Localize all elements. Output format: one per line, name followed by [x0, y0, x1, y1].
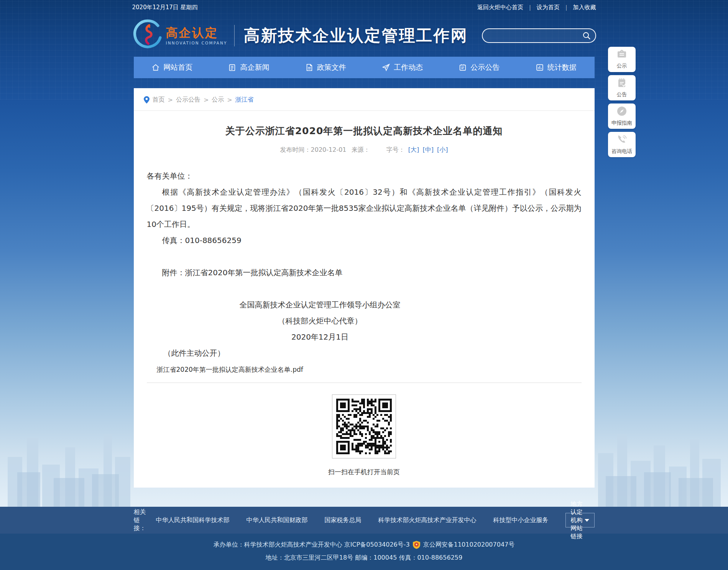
font-size-label: 字号： [386, 146, 405, 153]
utility-links: 返回火炬中心首页 ｜ 设为首页 ｜ 加入收藏 [477, 4, 596, 11]
quick-tile-announcement[interactable]: 公告 [608, 75, 636, 100]
signature-block: 全国高新技术企业认定管理工作领导小组办公室 （科技部火炬中心代章） 2020年1… [147, 297, 493, 345]
signature-seal-note: （科技部火炬中心代章） [147, 313, 493, 329]
logo-swoosh-icon [132, 19, 164, 52]
footer-link-mof[interactable]: 中华人民共和国财政部 [247, 516, 308, 524]
article-title: 关于公示浙江省2020年第一批拟认定高新技术企业名单的通知 [147, 125, 582, 137]
nav-item-home[interactable]: 网站首页 [134, 57, 210, 78]
compass-icon [616, 106, 627, 118]
nav-item-announcements[interactable]: 公示公告 [441, 57, 518, 78]
quick-access-sidebar: 公示 公告 申报指南 咨询电话 [608, 47, 636, 157]
footer-police-record-link[interactable]: 京公网安备11010202007047号 [423, 541, 515, 549]
breadcrumb-separator: > [204, 96, 209, 103]
qr-caption: 扫一扫在手机打开当前页 [147, 468, 582, 476]
footer-links-bar: 相关链接： 中华人民共和国科学技术部 中华人民共和国财政部 国家税务总局 科学技… [0, 507, 728, 534]
signature-date: 2020年12月1日 [147, 329, 493, 345]
quick-tile-label: 公告 [617, 91, 627, 98]
paragraph-disclosure: （此件主动公开） [147, 345, 582, 361]
font-size-large-button[interactable]: [大] [408, 146, 419, 153]
utility-link-separator: ｜ [564, 4, 569, 11]
font-size-medium-button[interactable]: [中] [422, 146, 433, 153]
phone-icon [616, 134, 627, 146]
quick-tile-label: 公示 [617, 62, 627, 69]
breadcrumb-announcements[interactable]: 公示公告 [176, 96, 200, 104]
paragraph-attachment: 附件：浙江省2020年第一批拟认定高新技术企业名单 [147, 264, 582, 281]
article-body: 各有关单位： 根据《高新技术企业认定管理办法》（国科发火〔2016〕32号）和《… [147, 168, 582, 378]
link-set-homepage[interactable]: 设为首页 [537, 4, 560, 11]
footer-address-line: 地址：北京市三里河二区甲18号 邮编：100045 传真：010-8865625… [0, 554, 728, 562]
paragraph-salutation: 各有关单位： [147, 168, 582, 184]
qr-section [332, 394, 396, 458]
content-panel: 首页 > 公示公告 > 公示 > 浙江省 关于公示浙江省2020年第一批拟认定高… [134, 88, 595, 488]
breadcrumb: 首页 > 公示公告 > 公示 > 浙江省 [134, 88, 595, 111]
utility-link-separator: ｜ [527, 4, 533, 11]
breadcrumb-current-zhejiang[interactable]: 浙江省 [235, 96, 254, 104]
footer-link-tax[interactable]: 国家税务总局 [325, 516, 362, 524]
paragraph-main: 根据《高新技术企业认定管理办法》（国科发火〔2016〕32号）和《高新技术企业认… [147, 184, 582, 232]
signature-organization: 全国高新技术企业认定管理工作领导小组办公室 [147, 297, 493, 313]
nav-item-policy[interactable]: 政策文件 [287, 57, 364, 78]
link-add-favorite[interactable]: 加入收藏 [573, 4, 596, 11]
quick-tile-phone[interactable]: 咨询电话 [608, 132, 636, 157]
caret-down-icon [585, 519, 589, 522]
police-badge-icon [413, 541, 420, 549]
search-icon[interactable] [582, 31, 591, 40]
search-input[interactable] [483, 29, 582, 42]
article-meta: 发布时间：2020-12-01 来源： 字号： [大] [中] [小] [147, 146, 582, 154]
logo-text-cn: 高企认定 [166, 26, 227, 39]
local-agency-links-dropdown[interactable]: 地方认定机构网站链接 [565, 513, 595, 527]
site-logo: 高企认定 INNOVATION COMPANY [132, 19, 227, 52]
breadcrumb-separator: > [227, 96, 232, 103]
nav-item-statistics[interactable]: 统计数据 [518, 57, 594, 78]
qr-code [332, 394, 396, 458]
font-size-small-button[interactable]: [小] [437, 146, 448, 153]
related-links-label: 相关链接： [134, 508, 146, 532]
source-label: 来源： [352, 146, 370, 153]
site-title: 高新技术企业认定管理工作网 [244, 25, 468, 46]
nav-item-updates[interactable]: 工作动态 [364, 57, 440, 78]
quick-tile-publicity[interactable]: 公示 [608, 47, 636, 72]
link-torch-home[interactable]: 返回火炬中心首页 [477, 4, 523, 11]
top-utility-bar: 2020年12月17日 星期四 返回火炬中心首页 ｜ 设为首页 ｜ 加入收藏 [0, 0, 728, 15]
search-box [482, 28, 596, 43]
footer-link-sme-service[interactable]: 科技型中小企业服务 [493, 516, 549, 524]
logo-text-en: INNOVATION COMPANY [166, 41, 227, 45]
quick-tile-label: 咨询电话 [611, 148, 632, 155]
quick-tile-application-guide[interactable]: 申报指南 [608, 103, 636, 129]
breadcrumb-publicity[interactable]: 公示 [212, 96, 224, 104]
home-icon [151, 63, 160, 72]
stats-chart-icon [536, 63, 544, 72]
publish-date: 2020-12-01 [311, 146, 347, 153]
badge-card-icon [616, 49, 627, 61]
main-navigation: 网站首页 高企新闻 政策文件 工作动态 公示公告 统计数据 [134, 57, 595, 78]
breadcrumb-separator: > [168, 96, 173, 103]
attachment-pdf-link[interactable]: 浙江省2020年第一批拟认定高新技术企业名单.pdf [157, 361, 303, 378]
quick-tile-label: 申报指南 [611, 120, 632, 126]
publish-time-label: 发布时间： [280, 146, 311, 153]
notepad-icon [617, 77, 627, 90]
paper-plane-icon [382, 63, 390, 72]
notice-article: 关于公示浙江省2020年第一批拟认定高新技术企业名单的通知 发布时间：2020-… [134, 125, 595, 476]
bulletin-icon [458, 63, 467, 72]
current-date: 2020年12月17日 星期四 [132, 4, 198, 11]
nav-item-news[interactable]: 高企新闻 [210, 57, 287, 78]
breadcrumb-home[interactable]: 首页 [153, 96, 165, 104]
news-icon [228, 63, 237, 72]
paragraph-fax: 传真：010-88656259 [147, 232, 582, 248]
policy-doc-icon [305, 63, 314, 72]
footer-bottom-bar: 承办单位：科学技术部火炬高技术产业开发中心 京ICP备05034026号-3 京… [0, 534, 728, 570]
page-root: 2020年12月17日 星期四 返回火炬中心首页 ｜ 设为首页 ｜ 加入收藏 [0, 0, 728, 570]
location-pin-icon [144, 96, 150, 103]
footer-link-torch-center[interactable]: 科学技术部火炬高技术产业开发中心 [378, 516, 477, 524]
header-divider [234, 25, 235, 46]
article-divider [147, 383, 582, 383]
footer-organizer-icp: 承办单位：科学技术部火炬高技术产业开发中心 京ICP备05034026号-3 [214, 541, 410, 549]
site-footer: 相关链接： 中华人民共和国科学技术部 中华人民共和国财政部 国家税务总局 科学技… [0, 507, 728, 570]
footer-link-most[interactable]: 中华人民共和国科学技术部 [156, 516, 230, 524]
